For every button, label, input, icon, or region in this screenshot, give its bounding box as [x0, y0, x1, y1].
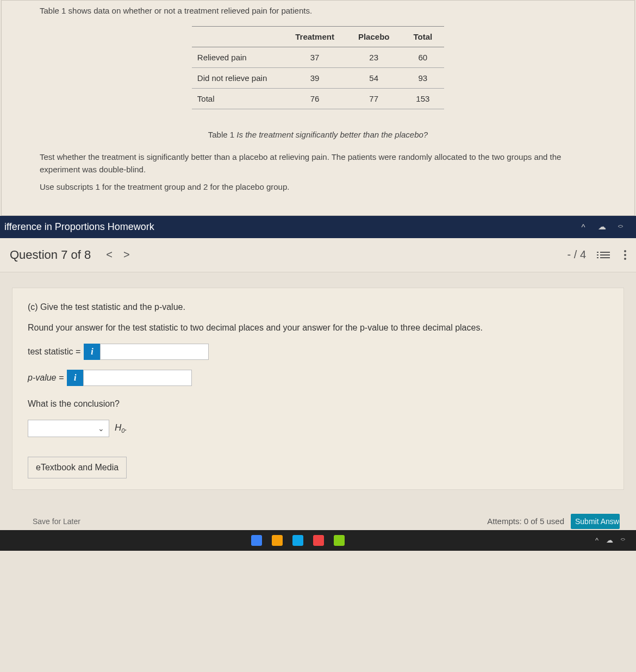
test-statistic-input[interactable] [100, 344, 209, 360]
problem-statement: Table 1 shows data on whether or not a t… [1, 0, 635, 216]
attempts-text: Attempts: 0 of 5 used [487, 517, 564, 526]
assignment-title: ifference in Proportions Homework [4, 221, 154, 233]
cell: 37 [283, 47, 346, 68]
submit-answer-button[interactable]: Submit Answer [571, 514, 620, 529]
cloud-icon[interactable]: ☁ [597, 222, 607, 232]
intro-text: Table 1 shows data on whether or not a t… [40, 6, 596, 15]
cell: 153 [401, 89, 444, 109]
taskbar-icon[interactable] [292, 535, 303, 546]
assignment-bar: ifference in Proportions Homework ^ ☁ ⌔ [0, 216, 636, 238]
p-value-input[interactable] [83, 370, 192, 386]
os-taskbar[interactable]: ^ ☁ ⌔ [0, 530, 636, 551]
row-label: Total [192, 89, 283, 109]
conclusion-question: What is the conclusion? [28, 399, 608, 409]
p-value-label: p-value = [28, 373, 64, 383]
p-value-row: p-value = i [28, 370, 608, 386]
info-icon[interactable]: i [84, 344, 100, 360]
h0-dot: . [124, 422, 127, 433]
col-total: Total [401, 27, 444, 47]
col-treatment: Treatment [283, 27, 346, 47]
footer-row: Save for Later Attempts: 0 of 5 used Sub… [0, 512, 636, 529]
rounding-instruction: Round your answer for the test statistic… [28, 323, 608, 333]
caption-question: Is the treatment significantly better th… [236, 130, 428, 139]
cell: 54 [346, 68, 402, 89]
more-icon[interactable] [624, 250, 626, 260]
chevron-down-icon: ⌄ [98, 424, 104, 433]
table-row: Total 76 77 153 [192, 89, 444, 109]
caption-lead: Table 1 [208, 130, 237, 139]
score-text: - / 4 [568, 248, 586, 261]
table-header-row: Treatment Placebo Total [192, 27, 444, 47]
cell: 60 [401, 47, 444, 68]
etextbook-button[interactable]: eTextbook and Media [28, 457, 127, 478]
test-statistic-label: test statistic = [28, 347, 80, 357]
part-label: (c) Give the test statistic and the p-va… [28, 302, 608, 312]
question-nav: Question 7 of 8 < > - / 4 [0, 238, 636, 272]
cell: 76 [283, 89, 346, 109]
cell: 39 [283, 68, 346, 89]
table-row: Relieved pain 37 23 60 [192, 47, 444, 68]
taskbar-icon[interactable] [251, 535, 262, 546]
data-table: Treatment Placebo Total Relieved pain 37… [192, 26, 444, 109]
col-placebo: Placebo [346, 27, 402, 47]
instruction-1: Test whether the treatment is significan… [40, 151, 596, 176]
cell: 23 [346, 47, 402, 68]
taskbar-icon[interactable] [334, 535, 345, 546]
bar-tray: ^ ☁ ⌔ [578, 222, 625, 232]
cell: 77 [346, 89, 402, 109]
info-icon[interactable]: i [67, 370, 83, 386]
taskbar-icon[interactable] [313, 535, 324, 546]
h0-base: H [115, 422, 121, 433]
list-icon[interactable] [600, 252, 610, 258]
row-label: Did not relieve pain [192, 68, 283, 89]
row-label: Relieved pain [192, 47, 283, 68]
instruction-2: Use subscripts 1 for the treatment group… [40, 181, 596, 194]
h0-label: H0. [115, 422, 127, 434]
wifi-icon[interactable]: ⌔ [615, 222, 625, 232]
question-label: Question 7 of 8 [10, 248, 91, 262]
cloud-icon[interactable]: ☁ [606, 536, 613, 544]
prev-question-button[interactable]: < [101, 248, 118, 261]
table-caption: Table 1 Is the treatment significantly b… [40, 130, 596, 139]
wifi-icon[interactable]: ⌔ [621, 536, 625, 544]
conclusion-row: ⌄ H0. [28, 420, 608, 437]
table-row: Did not relieve pain 39 54 93 [192, 68, 444, 89]
answer-panel: (c) Give the test statistic and the p-va… [12, 288, 624, 490]
taskbar-icon[interactable] [272, 535, 283, 546]
col-blank [192, 27, 283, 47]
caret-up-icon[interactable]: ^ [578, 222, 588, 232]
caret-up-icon[interactable]: ^ [595, 536, 598, 544]
test-statistic-row: test statistic = i [28, 344, 608, 360]
save-for-later-button[interactable]: Save for Later [16, 517, 80, 526]
score-area: - / 4 [568, 248, 626, 261]
conclusion-select[interactable]: ⌄ [28, 420, 109, 437]
next-question-button[interactable]: > [118, 248, 135, 261]
cell: 93 [401, 68, 444, 89]
taskbar-tray[interactable]: ^ ☁ ⌔ [595, 536, 625, 544]
